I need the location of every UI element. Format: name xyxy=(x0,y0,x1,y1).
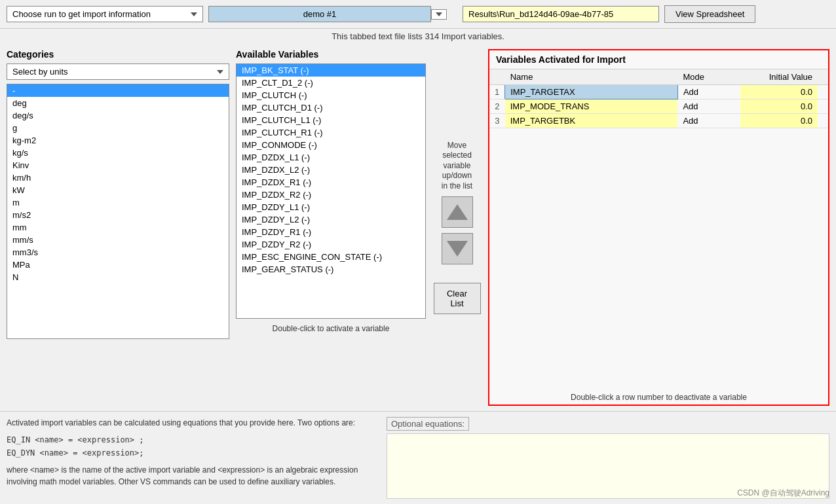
variable-item-dzdx-l2[interactable]: IMP_DZDX_L2 (-) xyxy=(237,164,425,176)
row-mode-2: Add xyxy=(677,99,740,114)
clear-list-button[interactable]: ClearList xyxy=(434,283,481,314)
table-row[interactable]: 1 IMP_TARGETAX Add 0.0 xyxy=(489,85,828,99)
activated-table[interactable]: Name Mode Initial Value 1 IMP_TARGETAX A… xyxy=(489,69,828,390)
variable-item-clutch-l1[interactable]: IMP_CLUTCH_L1 (-) xyxy=(237,114,425,126)
units-item-kg-s[interactable]: kg/s xyxy=(7,147,229,159)
select-by-units-arrow-icon xyxy=(217,70,223,74)
row-num-2[interactable]: 2 xyxy=(489,99,505,114)
variable-item-dzdx-l1[interactable]: IMP_DZDX_L1 (-) xyxy=(237,151,425,164)
row-mode-3: Add xyxy=(677,114,740,128)
variable-item-dzdx-r1[interactable]: IMP_DZDX_R1 (-) xyxy=(237,176,425,189)
units-item-ms2[interactable]: m/s2 xyxy=(7,209,229,221)
col-mode: Mode xyxy=(677,69,740,85)
units-item-mpa[interactable]: MPa xyxy=(7,259,229,271)
units-list[interactable]: - deg deg/s g kg-m2 kg/s Kinv km/h kW m … xyxy=(7,84,229,339)
units-item-mm3-s[interactable]: mm3/s xyxy=(7,246,229,259)
variable-item-conmode[interactable]: IMP_CONMODE (-) xyxy=(237,139,425,151)
optional-equations-panel: Optional equations: xyxy=(387,417,829,499)
col-num xyxy=(489,69,505,85)
units-item-deg[interactable]: deg xyxy=(7,97,229,109)
units-item-mm[interactable]: mm xyxy=(7,221,229,234)
move-up-button[interactable] xyxy=(442,196,473,228)
move-label: Moveselectedvariableup/downin the list xyxy=(442,141,472,192)
info-bar: This tabbed text file lists 314 Import v… xyxy=(0,29,836,44)
variable-item-clt-d1-2[interactable]: IMP_CLT_D1_2 (-) xyxy=(237,77,425,89)
row-spacer-1 xyxy=(818,85,828,99)
select-by-units-dropdown[interactable]: Select by units xyxy=(7,63,229,80)
units-item-m[interactable]: m xyxy=(7,196,229,209)
variables-list[interactable]: IMP_BK_STAT (-) IMP_CLT_D1_2 (-) IMP_CLU… xyxy=(236,63,426,319)
units-item-deg-s[interactable]: deg/s xyxy=(7,109,229,122)
move-panel: Moveselectedvariableup/downin the list C… xyxy=(432,49,482,406)
units-item-kg-m2[interactable]: kg-m2 xyxy=(7,134,229,147)
variable-item-gear-status[interactable]: IMP_GEAR_STATUS (-) xyxy=(237,263,425,276)
units-item-n[interactable]: N xyxy=(7,271,229,283)
activated-variables-panel: Variables Activated for Import Name Mode… xyxy=(488,49,829,406)
units-item-kinv[interactable]: Kinv xyxy=(7,159,229,171)
variable-item-dzdy-l1[interactable]: IMP_DZDY_L1 (-) xyxy=(237,201,425,213)
variable-item-bk-stat[interactable]: IMP_BK_STAT (-) xyxy=(237,64,425,77)
variable-item-dzdy-l2[interactable]: IMP_DZDY_L2 (-) xyxy=(237,213,425,226)
row-mode-1: Add xyxy=(677,85,740,99)
run-dropdown-label: Choose run to get import information xyxy=(12,9,188,19)
info-message: This tabbed text file lists 314 Import v… xyxy=(332,31,504,41)
arrow-down-icon xyxy=(447,241,468,257)
units-item-km-h[interactable]: km/h xyxy=(7,171,229,184)
view-spreadsheet-button[interactable]: View Spreadsheet xyxy=(664,5,755,23)
variable-item-dzdy-r1[interactable]: IMP_DZDY_R1 (-) xyxy=(237,226,425,238)
row-num-3[interactable]: 3 xyxy=(489,114,505,128)
row-name-1[interactable]: IMP_TARGETAX xyxy=(505,85,678,99)
row-initial-1[interactable]: 0.0 xyxy=(740,85,818,99)
arrow-up-icon xyxy=(447,204,468,220)
double-click-hint: Double-click to activate a variable xyxy=(236,324,426,333)
run-dropdown-arrow-icon xyxy=(191,12,197,16)
variable-item-esc-engine[interactable]: IMP_ESC_ENGINE_CON_STATE (-) xyxy=(237,251,425,263)
variable-item-clutch-d1[interactable]: IMP_CLUTCH_D1 (-) xyxy=(237,101,425,114)
table-row[interactable]: 2 IMP_MODE_TRANS Add 0.0 xyxy=(489,99,828,114)
move-down-button[interactable] xyxy=(442,233,473,264)
row-name-3[interactable]: IMP_TARGETBK xyxy=(505,114,678,128)
units-item-kw[interactable]: kW xyxy=(7,184,229,196)
available-variables-panel: Available Variables IMP_BK_STAT (-) IMP_… xyxy=(236,49,426,406)
results-path: Results\Run_bd124d46-09ae-4b77-85 xyxy=(463,6,659,22)
equations-info-text2: where <name> is the name of the active i… xyxy=(7,464,380,488)
col-initial: Initial Value xyxy=(740,69,818,85)
content-area: Categories Select by units - deg deg/s g… xyxy=(0,44,836,411)
categories-title: Categories xyxy=(7,49,229,60)
equations-info-text1: Activated import variables can be calcul… xyxy=(7,417,380,429)
select-by-units-label: Select by units xyxy=(12,67,217,77)
run-dropdown[interactable]: Choose run to get import information xyxy=(7,6,203,22)
deactivate-hint: Double-click a row number to deactivate … xyxy=(489,390,828,405)
main-container: Choose run to get import information dem… xyxy=(0,0,836,504)
table-row[interactable]: 3 IMP_TARGETBK Add 0.0 xyxy=(489,114,828,128)
available-variables-title: Available Variables xyxy=(236,49,426,60)
variable-item-dzdy-r2[interactable]: IMP_DZDY_R2 (-) xyxy=(237,238,425,251)
row-initial-2[interactable]: 0.0 xyxy=(740,99,818,114)
row-initial-3[interactable]: 0.0 xyxy=(740,114,818,128)
units-item-dash[interactable]: - xyxy=(7,84,229,97)
demo-input[interactable]: demo #1 xyxy=(208,6,431,22)
bottom-section: Activated import variables can be calcul… xyxy=(0,411,836,504)
units-item-g[interactable]: g xyxy=(7,122,229,134)
top-bar: Choose run to get import information dem… xyxy=(0,0,836,29)
variable-item-clutch-r1[interactable]: IMP_CLUTCH_R1 (-) xyxy=(237,126,425,139)
watermark: CSDN @自动驾驶Adriving xyxy=(737,488,829,499)
optional-equations-label: Optional equations: xyxy=(387,417,469,431)
equations-info: Activated import variables can be calcul… xyxy=(7,417,380,499)
demo-dropdown-button[interactable] xyxy=(431,9,447,20)
units-item-mm-s[interactable]: mm/s xyxy=(7,234,229,246)
row-name-2[interactable]: IMP_MODE_TRANS xyxy=(505,99,678,114)
col-scroll-spacer xyxy=(818,69,828,85)
categories-panel: Categories Select by units - deg deg/s g… xyxy=(7,49,229,406)
row-num-1[interactable]: 1 xyxy=(489,85,505,99)
variable-item-clutch[interactable]: IMP_CLUTCH (-) xyxy=(237,89,425,101)
equations-eq1: EQ_IN <name> = <expression> ; xyxy=(7,434,380,446)
row-spacer-3 xyxy=(818,114,828,128)
col-name: Name xyxy=(505,69,678,85)
activated-title: Variables Activated for Import xyxy=(489,50,828,69)
row-spacer-2 xyxy=(818,99,828,114)
demo-arrow-icon xyxy=(436,12,442,16)
variable-item-dzdx-r2[interactable]: IMP_DZDX_R2 (-) xyxy=(237,189,425,201)
equations-eq2: EQ_DYN <name> = <expression>; xyxy=(7,447,380,459)
